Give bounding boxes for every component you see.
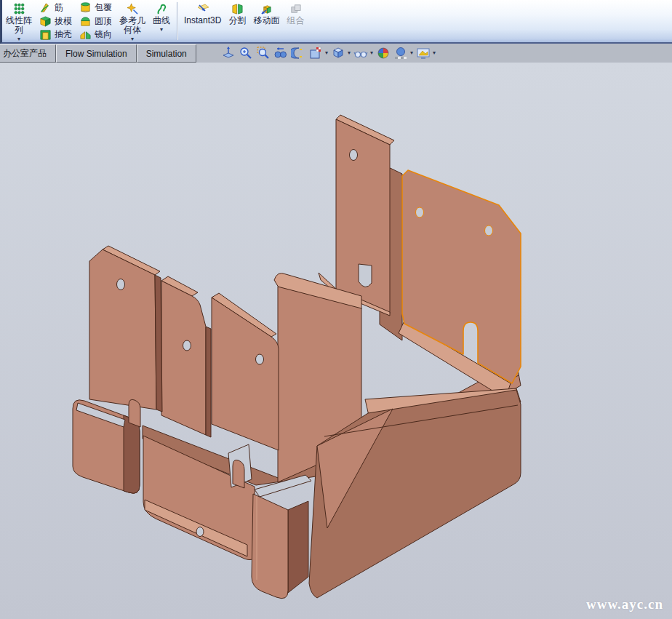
hide-show-items-button[interactable] — [353, 46, 369, 60]
curves-dropdown[interactable]: ▾ — [160, 27, 163, 33]
command-manager-toolbar: 线性阵 列 ▾ 筋 拔模 抽壳 — [0, 0, 672, 44]
combine-label: 组合 — [287, 16, 304, 25]
sheet-metal-part-model[interactable] — [0, 63, 672, 619]
view-settings-button[interactable] — [415, 46, 431, 60]
part-hole-selected-1 — [416, 207, 424, 217]
zoom-to-area-button[interactable] — [255, 46, 271, 60]
split-icon — [231, 1, 244, 16]
part-flange1-face[interactable] — [89, 249, 156, 410]
solidworks-window: 线性阵 列 ▾ 筋 拔模 抽壳 — [0, 0, 672, 619]
rib-label: 筋 — [55, 1, 63, 14]
reference-geometry-dropdown[interactable]: ▾ — [131, 36, 134, 42]
wrap-label: 包覆 — [95, 1, 112, 14]
apply-scene-icon — [393, 46, 408, 60]
zoom-in-out-button[interactable] — [238, 46, 254, 60]
zoom-to-fit-button[interactable] — [220, 46, 236, 60]
apply-scene-button[interactable] — [393, 46, 409, 60]
dome-label: 圆顶 — [95, 15, 112, 28]
linear-pattern-dropdown[interactable]: ▾ — [17, 36, 20, 42]
shell-button[interactable]: 抽壳 — [37, 28, 74, 41]
part-hole-flange2 — [183, 340, 191, 351]
tab-office-products[interactable]: 办公室产品 — [0, 44, 56, 63]
tab-simulation[interactable]: Simulation — [137, 44, 196, 63]
part-hole-back-flange — [350, 150, 358, 161]
mirror-icon — [79, 28, 92, 41]
part-flange1-thickness — [155, 275, 162, 412]
split-label: 分割 — [228, 16, 246, 25]
draft-button[interactable]: 拔模 — [37, 15, 74, 28]
shell-icon — [39, 28, 52, 41]
section-view-button[interactable] — [290, 46, 306, 60]
document-tab-bar: 办公室产品 Flow Simulation Simulation ▾ — [0, 44, 672, 63]
tab-flow-simulation[interactable]: Flow Simulation — [56, 44, 137, 63]
display-style-button[interactable] — [330, 46, 346, 60]
curves-button[interactable]: 曲线 ▾ — [149, 0, 174, 42]
watermark: www.ayc.cn — [586, 596, 663, 612]
linear-pattern-label: 线性阵 列 — [6, 16, 32, 35]
previous-view-icon — [273, 46, 288, 60]
curves-label: 曲线 — [153, 16, 170, 25]
reference-geometry-button[interactable]: 参考几 何体 ▾ — [116, 0, 149, 42]
previous-view-button[interactable] — [273, 46, 289, 60]
reference-geometry-icon — [127, 1, 139, 16]
dome-icon — [79, 15, 92, 28]
part-hole-selected-2 — [485, 225, 493, 236]
view-orientation-icon — [308, 46, 323, 60]
edit-appearance-icon — [376, 46, 391, 60]
rib-button[interactable]: 筋 — [37, 1, 74, 15]
part-hole-flange1 — [117, 279, 125, 290]
zoom-to-area-icon — [256, 46, 271, 60]
feature-column-1: 筋 拔模 抽壳 — [36, 0, 76, 42]
part-hole-base-plate — [196, 527, 204, 537]
section-view-icon — [291, 46, 305, 60]
part-base-tab — [233, 460, 244, 488]
combine-icon — [289, 1, 302, 16]
part-selected-face[interactable] — [402, 170, 521, 383]
draft-label: 拔模 — [55, 15, 72, 28]
linear-pattern-button[interactable]: 线性阵 列 ▾ — [2, 0, 36, 42]
combine-button[interactable]: 组合 — [283, 0, 308, 42]
move-face-button[interactable]: 移动面 — [249, 0, 283, 42]
zoom-to-fit-icon — [221, 46, 236, 60]
wrap-icon — [79, 1, 92, 14]
part-web-notch — [359, 264, 372, 287]
part-flange2-thickness — [206, 327, 211, 437]
mirror-label: 镜向 — [95, 28, 112, 41]
curves-icon — [156, 1, 168, 16]
mirror-button[interactable]: 镜向 — [77, 28, 114, 41]
toolbar-separator — [177, 2, 177, 40]
heads-up-view-toolbar: ▾ ▾ ▾ ▾ ▾ — [220, 46, 436, 60]
instant3d-button[interactable]: Instant3D — [180, 0, 225, 42]
view-settings-dropdown[interactable]: ▾ — [433, 50, 436, 56]
part-left-foot-tab — [129, 399, 140, 427]
linear-pattern-icon — [13, 1, 25, 16]
graphics-viewport[interactable]: www.ayc.cn — [0, 63, 672, 619]
edit-appearance-button[interactable] — [375, 46, 391, 60]
instant3d-icon — [196, 1, 210, 16]
reference-geometry-label: 参考几 何体 — [119, 16, 145, 35]
apply-scene-dropdown[interactable]: ▾ — [410, 50, 413, 56]
view-orientation-dropdown[interactable]: ▾ — [325, 50, 328, 56]
part-left-foot-side — [124, 415, 140, 493]
rib-icon — [39, 1, 52, 14]
display-style-dropdown[interactable]: ▾ — [348, 50, 351, 56]
part-flange3-face[interactable] — [212, 297, 279, 450]
instant3d-label: Instant3D — [184, 16, 221, 25]
feature-column-2: 包覆 圆顶 镜向 — [76, 0, 116, 42]
view-settings-icon — [416, 46, 431, 60]
display-style-icon — [331, 46, 345, 60]
split-button[interactable]: 分割 — [225, 0, 249, 42]
shell-label: 抽壳 — [55, 28, 72, 41]
part-flap-side — [288, 501, 308, 593]
part-hole-flange3 — [256, 354, 264, 364]
zoom-in-out-icon — [239, 46, 253, 60]
part-flange2-face[interactable] — [161, 281, 206, 435]
wrap-button[interactable]: 包覆 — [77, 1, 114, 15]
hide-show-items-dropdown[interactable]: ▾ — [370, 50, 373, 56]
dome-button[interactable]: 圆顶 — [77, 15, 114, 28]
draft-icon — [39, 15, 52, 28]
view-orientation-button[interactable] — [308, 46, 324, 60]
hide-show-items-icon — [353, 46, 368, 60]
move-face-icon — [260, 1, 273, 16]
move-face-label: 移动面 — [253, 16, 279, 25]
